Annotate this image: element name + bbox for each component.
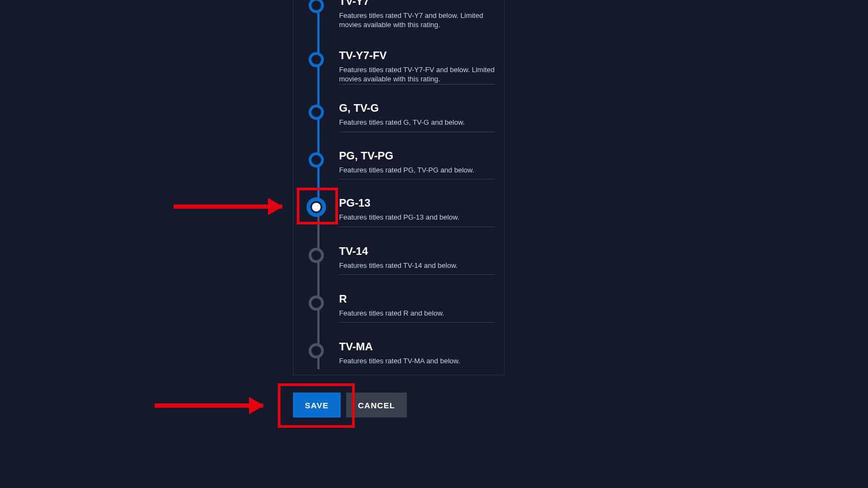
divider	[339, 179, 495, 179]
radio-dot[interactable]	[309, 52, 324, 67]
divider	[339, 227, 495, 227]
annotation-arrow-rating	[174, 204, 282, 209]
annotation-arrow-save	[155, 403, 263, 408]
rating-desc: Features titles rated TV-Y7-FV and below…	[339, 65, 495, 84]
rating-desc: Features titles rated TV-14 and below.	[339, 261, 495, 270]
rating-desc: Features titles rated PG-13 and below.	[339, 213, 495, 222]
rating-title: TV-14	[339, 245, 495, 258]
rating-title: TV-Y7	[339, 0, 495, 8]
radio-dot[interactable]	[309, 105, 324, 120]
rating-desc: Features titles rated PG, TV-PG and belo…	[339, 165, 495, 175]
radio-dot[interactable]	[309, 152, 324, 168]
radio-dot[interactable]	[309, 296, 324, 311]
rating-desc: Features titles rated TV-Y7 and below. L…	[339, 11, 495, 29]
divider	[339, 132, 495, 132]
rating-desc: Features titles rated G, TV-G and below.	[339, 118, 495, 127]
divider	[339, 274, 495, 275]
radio-dot[interactable]	[309, 343, 324, 358]
rating-panel: TV-Y7 Features titles rated TV-Y7 and be…	[293, 0, 505, 375]
rating-title: PG, TV-PG	[339, 149, 495, 162]
rating-title: G, TV-G	[339, 101, 495, 114]
rail-active	[317, 0, 320, 207]
rating-desc: Features titles rated R and below.	[339, 309, 495, 318]
rating-title: TV-MA	[339, 340, 495, 353]
rating-title: TV-Y7-FV	[339, 49, 495, 62]
rating-title: R	[339, 292, 495, 305]
radio-dot-selected[interactable]	[307, 197, 326, 217]
save-button[interactable]: SAVE	[293, 393, 341, 418]
radio-dot[interactable]	[309, 248, 324, 263]
button-bar: SAVE CANCEL	[293, 393, 407, 418]
divider	[339, 322, 495, 323]
radio-dot[interactable]	[309, 0, 324, 13]
divider	[339, 84, 495, 85]
rating-desc: Features titles rated TV-MA and below.	[339, 356, 495, 365]
cancel-button[interactable]: CANCEL	[346, 393, 407, 418]
rating-title: PG-13	[339, 196, 495, 209]
